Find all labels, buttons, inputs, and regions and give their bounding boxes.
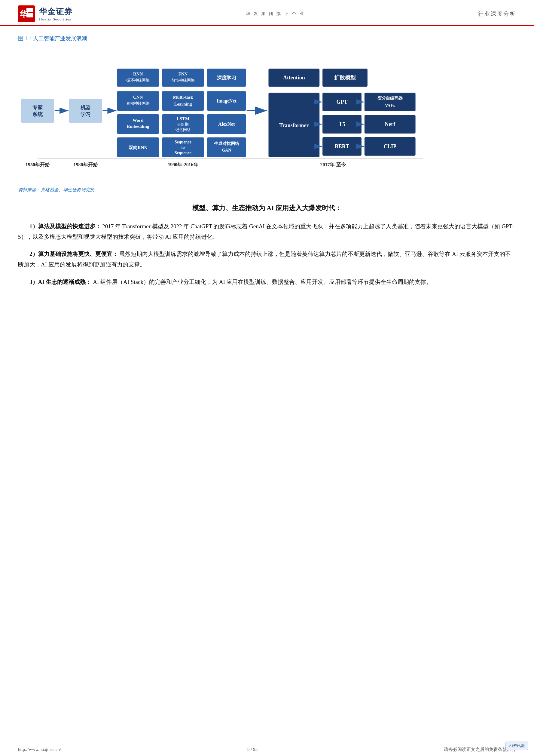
footer: http://www.huajinsc.cn/ 8 / 95 请务必阅读正文之后… [0,743,534,756]
p1-subheading: 1）算法及模型的快速进步： [30,223,101,230]
box-gan [207,137,246,157]
footer-page: 8 / 95 [247,747,258,752]
svg-text:ImageNet: ImageNet [216,98,237,104]
svg-text:系统: 系统 [33,111,43,117]
svg-text:卷积神经网络: 卷积神经网络 [126,101,150,106]
svg-text:CNN: CNN [133,95,143,99]
diagram-svg: 专家 系统 机器 学习 RNN 循环神经网络 FNN 前馈神经网络 深度学习 C… [18,54,516,180]
timeline-1990: 1990年-2016年 [168,162,198,167]
timeline-2017: 2017年-至今 [320,162,346,167]
box-multitask [162,91,204,111]
svg-text:变分自编码器: 变分自编码器 [377,95,403,100]
main-heading-text: 模型、算力、生态推动为 AI 应用进入大爆发时代： [192,204,342,212]
svg-text:Sequence: Sequence [175,151,191,155]
paragraph-3: 3）AI 生态的逐渐成熟： AI 组件层（AI Stack）的完善和产业分工细化… [18,277,516,287]
box-vae [365,93,416,111]
box-expert-system [21,99,54,123]
svg-text:AlexNet: AlexNet [218,122,235,126]
figure-title: 图 1：人工智能产业发展浪潮 [18,35,516,42]
timeline-1950: 1950年开始 [26,162,50,167]
footer-disclaimer: 请务必阅读正文之后的免责条款部分 [444,747,516,752]
svg-text:FNN: FNN [179,71,188,76]
svg-text:Multi-task: Multi-task [173,95,193,99]
svg-text:to: to [181,145,185,150]
svg-text:扩散模型: 扩散模型 [334,74,356,81]
footer-url: http://www.huajinsc.cn/ [18,747,61,752]
source-text: 资料来源：真格基金、华金证券研究所 [18,187,516,193]
header-subtitle: 华 发 集 团 旗 下 企 业 [246,11,305,16]
label-expert-system: 专家 [33,104,43,110]
header-right-text: 行业深度分析 [478,10,516,17]
paragraph-1: 1）算法及模型的快速进步： 2017 年 Transformer 模型及 202… [18,221,516,242]
svg-text:双向RNN: 双向RNN [128,145,147,150]
company-name-en: Huajin Securities [39,17,73,22]
svg-text:BERT: BERT [335,144,349,149]
svg-text:深度学习: 深度学习 [217,75,236,80]
svg-text:GAN: GAN [222,148,231,152]
timeline-1980: 1980年开始 [74,162,98,167]
svg-text:RNN: RNN [133,71,143,76]
logo-area: 华 华金证券 Huajin Securities [18,5,73,22]
svg-text:CLIP: CLIP [383,144,396,149]
svg-text:VAEs: VAEs [385,103,395,108]
svg-text:长短期: 长短期 [177,122,189,126]
box-machine-learning [69,99,102,123]
svg-text:Sequence: Sequence [175,140,191,144]
svg-text:Word: Word [133,118,144,123]
header: 华 华金证券 Huajin Securities 华 发 集 团 旗 下 企 业… [0,0,534,26]
svg-text:Nerf: Nerf [385,121,395,127]
svg-text:学习: 学习 [81,112,91,117]
svg-text:Learning: Learning [174,102,192,106]
svg-text:Attention: Attention [283,74,305,81]
svg-text:GPT: GPT [337,99,348,105]
logo-icon: 华 [18,5,35,22]
paragraph-2: 2）算力基础设施将更快、更便宜： 虽然短期内大模型训练需求的激增导致了算力成本的… [18,249,516,270]
svg-text:Transformer: Transformer [279,122,309,128]
svg-rect-2 [26,8,33,12]
main-heading: 模型、算力、生态推动为 AI 应用进入大爆发时代： [18,203,516,213]
svg-text:Embedding: Embedding [127,124,149,129]
svg-text:生成对抗网络: 生成对抗网络 [214,141,240,146]
p3-content: AI 组件层（AI Stack）的完善和产业分工细化，为 AI 应用在模型训练、… [93,279,432,285]
p3-subheading: 3）AI 生态的逐渐成熟： [30,279,91,285]
svg-text:T5: T5 [339,121,345,127]
ai-badge: AI资讯网 [505,742,528,750]
svg-text:前馈神经网络: 前馈神经网络 [171,78,195,82]
svg-rect-3 [26,13,33,17]
page-content: 图 1：人工智能产业发展浪潮 专家 系统 机器 学习 [0,26,534,303]
svg-text:循环神经网络: 循环神经网络 [126,78,150,82]
svg-text:LSTM: LSTM [177,116,189,121]
logo-text: 华金证券 Huajin Securities [39,6,73,22]
diagram-container: 专家 系统 机器 学习 RNN 循环神经网络 FNN 前馈神经网络 深度学习 C… [18,47,516,184]
svg-text:记忆网络: 记忆网络 [175,127,191,132]
svg-text:机器: 机器 [80,105,91,110]
company-name-cn: 华金证券 [39,6,73,17]
p2-subheading: 2）算力基础设施将更快、更便宜： [30,251,118,257]
